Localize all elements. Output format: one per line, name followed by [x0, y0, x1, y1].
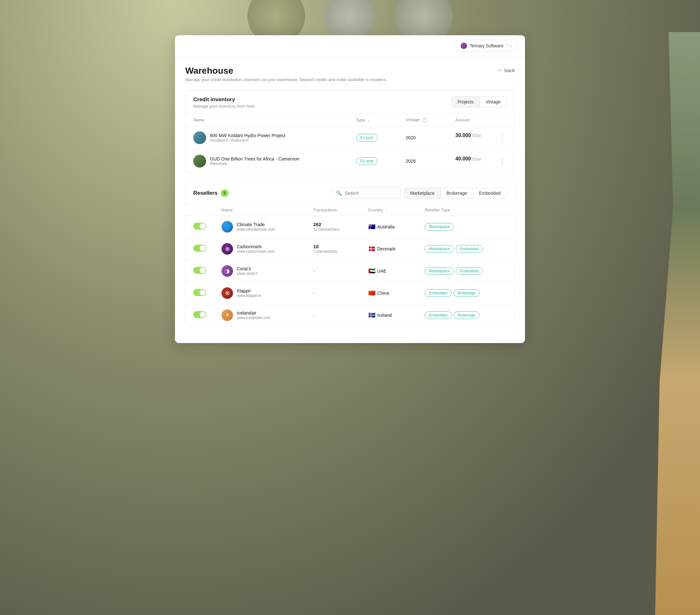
transactions-dash-icelandair: - [313, 312, 315, 318]
workspace-selector[interactable]: Ternary Software ⌃⌄ [456, 40, 517, 52]
project-category-trees: Removals [210, 162, 299, 166]
country-carbonmark: 🇩🇰 Denmark [368, 245, 409, 253]
resellers-title-row: Resellers 5 [193, 189, 228, 197]
transactions-label-carbonmark: 1 transactions [313, 249, 353, 254]
country-name-carbonmark: Denmark [377, 246, 396, 252]
table-row: GUD One Billion Trees for Africa - Camer… [186, 149, 514, 172]
badge-expost: Ex-post [356, 134, 377, 142]
amount-trees: 40.000 [455, 156, 471, 162]
country-coral-li: 🇦🇪 UAE [368, 268, 409, 274]
filter-embedded[interactable]: Embedded [473, 188, 507, 198]
back-arrow-icon: ← [497, 67, 502, 74]
reseller-toggle-climate-trade[interactable] [193, 222, 206, 230]
unit-hydro: CO₂t [473, 133, 481, 138]
project-avatar-hydro [193, 131, 206, 144]
country-name-climate-trade: Australia [377, 224, 395, 229]
reseller-name-coral-li: Coral.li [237, 266, 257, 271]
page-title-section: Warehouse Manage your credit distributio… [185, 66, 387, 82]
country-climate-trade: 🇦🇺 Australia [368, 223, 409, 230]
project-avatar-trees [193, 155, 206, 167]
reseller-info-climate-trade: 🌐 Climate Trade www.climatetrade.com [222, 221, 298, 232]
table-row: 800 MW Koldam Hydro Power Project Avoida… [186, 126, 514, 149]
reseller-url-icelandair: www.icelandair.com [237, 316, 271, 320]
reseller-logo-coral-li: ◑ [222, 265, 233, 277]
more-options-trees[interactable]: ⋮ [498, 156, 507, 166]
type-badge-icelandair-embedded: Embedded [425, 311, 452, 319]
reseller-name-klappir: Klappir [237, 288, 261, 293]
reseller-types-klappir: EmbeddedBrokerage [425, 289, 507, 297]
more-options-hydro[interactable]: ⋮ [498, 132, 507, 143]
page-content: Warehouse Manage your credit distributio… [175, 57, 525, 343]
reseller-toggle-klappir[interactable] [193, 289, 206, 296]
resellers-count-badge: 5 [221, 189, 228, 197]
list-item: 🌐 Climate Trade www.climatetrade.com 262… [186, 216, 514, 238]
amount-hydro: 30.000 [455, 132, 471, 138]
reseller-name-climate-trade: Climate Trade [237, 222, 275, 227]
page-title: Warehouse [185, 66, 387, 76]
workspace-icon [461, 42, 467, 49]
reseller-logo-carbonmark: ⊕ [222, 243, 233, 255]
filter-brokerage[interactable]: Brokerage [441, 188, 473, 198]
list-item: ⊕ Carbonmark www.carbonmark.com 10 1 tra… [186, 238, 514, 260]
reseller-url-coral-li: www.coral.li [237, 271, 257, 276]
search-input[interactable] [345, 191, 396, 196]
reseller-logo-icelandair: ✦ [222, 309, 233, 321]
type-badge-climate-trade-marketplace: Marketplace [425, 223, 454, 231]
flag-klappir: 🇨🇳 [368, 290, 375, 297]
top-bar: Ternary Software ⌃⌄ [175, 35, 525, 57]
transactions-label-climate-trade: 12 transactions [313, 227, 353, 232]
back-button[interactable]: ← back [497, 66, 515, 75]
list-item: ⊗ Klappir www.klappir.is - 🇨🇳 China Embe… [186, 282, 514, 304]
search-input-wrap: 🔍 [331, 188, 401, 199]
reseller-info-coral-li: ◑ Coral.li www.coral.li [222, 265, 298, 277]
reseller-toggle-coral-li[interactable] [193, 267, 206, 274]
project-row-trees: GUD One Billion Trees for Africa - Camer… [193, 155, 341, 167]
col-name: Name [186, 114, 348, 126]
country-name-klappir: China [377, 291, 389, 296]
type-badge-klappir-brokerage: Brokerage [453, 289, 479, 297]
country-icelandair: 🇮🇸 Iceland [368, 312, 409, 319]
reseller-name-icelandair: Icelandair [237, 310, 271, 316]
transactions-count-climate-trade: 262 [313, 222, 353, 227]
resellers-title: Resellers [193, 190, 217, 196]
reseller-info-carbonmark: ⊕ Carbonmark www.carbonmark.com [222, 243, 298, 255]
vintage-hydro: 2020 [398, 126, 448, 149]
reseller-toggle-icelandair[interactable] [193, 311, 206, 318]
list-item: ✦ Icelandair www.icelandair.com - 🇮🇸 Ice… [186, 304, 514, 326]
type-badge-klappir-embedded: Embedded [425, 289, 452, 297]
chevron-icon: ⌃⌄ [506, 43, 512, 48]
country-klappir: 🇨🇳 China [368, 290, 409, 297]
credit-inventory-subtitle: Manage your inventory from here. [193, 104, 256, 108]
back-label: back [504, 67, 515, 73]
reseller-name-carbonmark: Carbonmark [237, 244, 275, 249]
col-type: Type ↓ [348, 114, 398, 126]
flag-climate-trade: 🇦🇺 [368, 223, 375, 230]
tab-vintage[interactable]: Vintage [480, 97, 507, 107]
transactions-dash-coral-li: - [313, 268, 315, 273]
credit-inventory-table: Name Type ↓ Vintage ? Amount [186, 114, 514, 172]
flag-coral-li: 🇦🇪 [368, 268, 375, 274]
project-name-hydro: 800 MW Koldam Hydro Power Project [210, 133, 286, 138]
filter-marketplace[interactable]: Marketplace [404, 188, 440, 198]
vintage-help-icon[interactable]: ? [422, 117, 427, 123]
reseller-toggle-carbonmark[interactable] [193, 245, 206, 252]
resellers-header: Resellers 5 🔍 Marketplace Brokerage Embe… [186, 181, 514, 204]
col-transactions: Transactions [305, 204, 361, 216]
country-name-coral-li: UAE [377, 268, 387, 273]
resellers-table: Name Transactions Country ↓ Reseller Typ… [186, 204, 514, 326]
resellers-card: Resellers 5 🔍 Marketplace Brokerage Embe… [185, 181, 515, 326]
type-badge-carbonmark-embedded: Embedded [456, 245, 483, 253]
project-name-trees: GUD One Billion Trees for Africa - Camer… [210, 156, 299, 162]
type-badge-coral-li-embedded: Embedded [456, 267, 483, 275]
page-subtitle: Manage your credit distribution channels… [185, 77, 387, 82]
reseller-filter-group: Marketplace Brokerage Embedded [404, 188, 507, 198]
type-badge-carbonmark-marketplace: Marketplace [425, 245, 454, 253]
tab-projects[interactable]: Projects [452, 97, 480, 107]
col-toggle [186, 204, 214, 216]
type-sort-icon: ↓ [367, 117, 370, 123]
unit-trees: CO₂t [473, 157, 481, 162]
col-vintage: Vintage ? [398, 114, 448, 126]
workspace-name: Ternary Software [470, 43, 503, 48]
search-filter-row: 🔍 Marketplace Brokerage Embedded [331, 188, 507, 199]
search-icon: 🔍 [336, 190, 342, 196]
